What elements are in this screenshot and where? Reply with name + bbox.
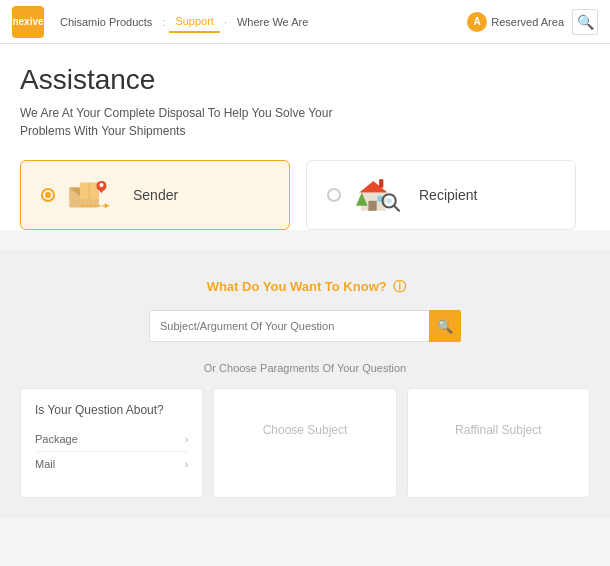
sender-label: Sender (133, 187, 178, 203)
svg-marker-6 (98, 188, 105, 193)
search-btn-icon: 🔍 (437, 319, 453, 334)
question-mark: ⓘ (390, 279, 407, 294)
question-text: What Do You Want To Know? (207, 279, 387, 294)
category-card-raffinal-subject: Raffinall Subject (407, 388, 590, 498)
svg-point-5 (99, 183, 103, 187)
nav-support[interactable]: Support (169, 11, 220, 33)
nav-sep-2: · (224, 16, 227, 28)
choose-subject-placeholder: Choose Subject (228, 423, 381, 437)
logo-text: nexive (12, 16, 43, 27)
category-item-package[interactable]: Package › (35, 427, 188, 452)
header-right: A Reserved Area 🔍 (467, 9, 598, 35)
nav-sep-1: : (162, 16, 165, 28)
or-choose-label: Or Choose Paragments Of Your Question (20, 362, 590, 374)
page-title: Assistance (20, 64, 590, 96)
recipient-icon (351, 174, 409, 216)
svg-line-17 (394, 206, 399, 211)
recipient-label: Recipient (419, 187, 477, 203)
logo: nexive (12, 6, 44, 38)
svg-point-16 (386, 198, 392, 204)
raffinal-subject-placeholder: Raffinall Subject (422, 423, 575, 437)
question-search-input[interactable] (149, 310, 429, 342)
package-chevron-icon: › (185, 433, 189, 445)
nav-links: Chisamio Products : Support · Where We A… (54, 11, 467, 33)
nav-chisamio[interactable]: Chisamio Products (54, 12, 158, 32)
package-label: Package (35, 433, 78, 445)
reserved-area-label: Reserved Area (491, 16, 564, 28)
sender-icon (65, 174, 123, 216)
category-card-choose-subject: Choose Subject (213, 388, 396, 498)
header: nexive Chisamio Products : Support · Whe… (0, 0, 610, 44)
section-question: What Do You Want To Know? ⓘ (20, 278, 590, 296)
reserved-area-icon: A (467, 12, 487, 32)
header-search-button[interactable]: 🔍 (572, 9, 598, 35)
category-item-mail[interactable]: Mail › (35, 452, 188, 476)
page-subtitle: We Are At Your Complete Disposal To Help… (20, 104, 380, 140)
sender-radio[interactable] (41, 188, 55, 202)
category-card-question-about: Is Your Question About? Package › Mail › (20, 388, 203, 498)
mail-label: Mail (35, 458, 55, 470)
category-cards: Is Your Question About? Package › Mail ›… (20, 388, 590, 498)
search-icon: 🔍 (577, 14, 594, 30)
category-card-title-1: Is Your Question About? (35, 403, 188, 417)
recipient-card[interactable]: Recipient (306, 160, 576, 230)
svg-marker-8 (105, 203, 110, 208)
gray-section: What Do You Want To Know? ⓘ 🔍 Or Choose … (0, 250, 610, 518)
sender-card[interactable]: Sender (20, 160, 290, 230)
svg-rect-13 (379, 179, 383, 187)
main-content: Assistance We Are At Your Complete Dispo… (0, 44, 610, 230)
svg-rect-11 (368, 201, 376, 211)
search-row: 🔍 (20, 310, 590, 342)
mail-chevron-icon: › (185, 458, 189, 470)
nav-where[interactable]: Where We Are (231, 12, 314, 32)
recipient-radio[interactable] (327, 188, 341, 202)
role-cards: Sender (20, 160, 590, 230)
question-search-button[interactable]: 🔍 (429, 310, 461, 342)
reserved-area-link[interactable]: A Reserved Area (467, 12, 564, 32)
